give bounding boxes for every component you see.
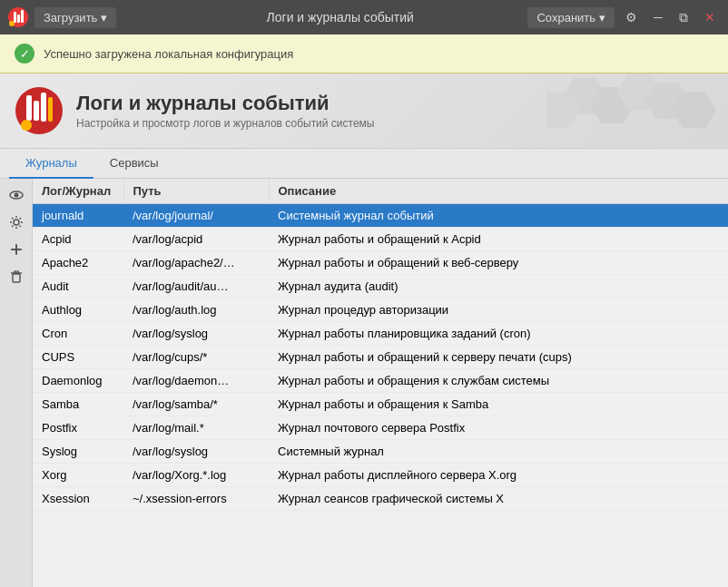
svg-rect-15 bbox=[48, 97, 53, 122]
delete-button[interactable] bbox=[4, 264, 29, 289]
app-icon bbox=[7, 6, 29, 28]
table-body: journald/var/log/journal/Системный журна… bbox=[33, 204, 728, 511]
settings-button[interactable]: ⚙ bbox=[620, 6, 643, 28]
svg-point-18 bbox=[14, 193, 18, 198]
success-banner: ✓ Успешно загружена локальная конфигурац… bbox=[0, 34, 728, 73]
minimize-button[interactable]: ─ bbox=[648, 6, 668, 28]
cell-log-path: /var/log/audit/au… bbox=[123, 275, 269, 298]
load-button[interactable]: Загрузить ▾ bbox=[34, 7, 116, 28]
svg-rect-12 bbox=[26, 95, 32, 121]
cell-log-name: Xorg bbox=[33, 464, 123, 487]
trash-icon bbox=[9, 269, 24, 284]
titlebar-right: Сохранить ▾ ⚙ ─ ⧉ ✕ bbox=[527, 6, 721, 29]
table-row[interactable]: Postfix/var/log/mail.*Журнал почтового с… bbox=[33, 416, 728, 440]
table-row[interactable]: Audit/var/log/audit/au…Журнал аудита (au… bbox=[33, 275, 728, 298]
dropdown-arrow-icon: ▾ bbox=[101, 11, 107, 24]
header-decoration bbox=[546, 73, 728, 146]
col-header-desc: Описание bbox=[269, 179, 728, 204]
cell-log-name: Apache2 bbox=[33, 251, 123, 275]
cell-log-name: Syslog bbox=[33, 440, 123, 464]
table-row[interactable]: journald/var/log/journal/Системный журна… bbox=[33, 204, 728, 228]
cell-log-desc: Журнал процедур авторизации bbox=[269, 298, 728, 322]
table-row[interactable]: Xsession~/.xsession-errorsЖурнал сеансов… bbox=[33, 487, 728, 511]
cell-log-name: Postfix bbox=[33, 416, 123, 440]
titlebar: Загрузить ▾ Логи и журналы событий Сохра… bbox=[0, 0, 728, 34]
table-row[interactable]: Acpid/var/log/acpidЖурнал работы и обращ… bbox=[33, 228, 728, 251]
plus-icon bbox=[9, 242, 24, 257]
cell-log-desc: Системный журнал bbox=[269, 440, 728, 464]
svg-rect-14 bbox=[41, 93, 46, 122]
cell-log-path: /var/log/cups/* bbox=[123, 346, 269, 369]
svg-point-4 bbox=[9, 21, 15, 26]
eye-icon bbox=[9, 188, 24, 202]
table-container: Лог/Журнал Путь Описание journald/var/lo… bbox=[0, 179, 728, 587]
cell-log-path: /var/log/syslog bbox=[123, 322, 269, 346]
col-header-name: Лог/Журнал bbox=[33, 179, 123, 204]
cell-log-name: Samba bbox=[33, 393, 123, 416]
cell-log-desc: Журнал работы и обращений к Acpid bbox=[269, 228, 728, 251]
cell-log-path: /var/log/apache2/… bbox=[123, 251, 269, 275]
cell-log-desc: Журнал работы дисплейного сервера X.org bbox=[269, 464, 728, 487]
table-row[interactable]: Daemonlog/var/log/daemon…Журнал работы и… bbox=[33, 369, 728, 393]
svg-rect-1 bbox=[14, 12, 16, 23]
success-icon: ✓ bbox=[15, 44, 34, 64]
cell-log-desc: Журнал работы и обращения к службам сист… bbox=[269, 369, 728, 393]
cell-log-path: /var/log/acpid bbox=[123, 228, 269, 251]
app-title: Логи и журналы событий bbox=[76, 92, 374, 115]
save-button[interactable]: Сохранить ▾ bbox=[527, 7, 615, 28]
app-logo bbox=[15, 86, 64, 135]
settings-icon bbox=[9, 215, 24, 230]
col-header-path: Путь bbox=[123, 179, 269, 204]
cell-log-name: Authlog bbox=[33, 298, 123, 322]
svg-rect-3 bbox=[21, 10, 24, 23]
titlebar-left: Загрузить ▾ bbox=[7, 6, 152, 28]
table-row[interactable]: Authlog/var/log/auth.logЖурнал процедур … bbox=[33, 298, 728, 322]
table-row[interactable]: Apache2/var/log/apache2/…Журнал работы и… bbox=[33, 251, 728, 275]
svg-rect-21 bbox=[11, 249, 22, 250]
data-table-wrap: Лог/Журнал Путь Описание journald/var/lo… bbox=[33, 179, 728, 587]
add-button[interactable] bbox=[4, 237, 29, 262]
gear-button[interactable] bbox=[4, 210, 29, 235]
restore-icon: ⧉ bbox=[679, 10, 688, 24]
table-row[interactable]: Syslog/var/log/syslogСистемный журнал bbox=[33, 440, 728, 464]
cell-log-path: /var/log/Xorg.*.log bbox=[123, 464, 269, 487]
view-button[interactable] bbox=[4, 182, 29, 208]
titlebar-title: Логи и журналы событий bbox=[152, 10, 527, 24]
cell-log-name: CUPS bbox=[33, 346, 123, 369]
table-row[interactable]: Cron/var/log/syslogЖурнал работы планиро… bbox=[33, 322, 728, 346]
table-row[interactable]: CUPS/var/log/cups/*Журнал работы и обращ… bbox=[33, 346, 728, 369]
table-header-row: Лог/Журнал Путь Описание bbox=[33, 179, 728, 204]
table-row[interactable]: Xorg/var/log/Xorg.*.logЖурнал работы дис… bbox=[33, 464, 728, 487]
close-button[interactable]: ✕ bbox=[699, 6, 721, 28]
cell-log-desc: Журнал работы и обращений к веб-серверу bbox=[269, 251, 728, 275]
restore-button[interactable]: ⧉ bbox=[674, 6, 694, 29]
cell-log-path: /var/log/journal/ bbox=[123, 204, 269, 228]
cell-log-path: /var/log/samba/* bbox=[123, 393, 269, 416]
logs-table: Лог/Журнал Путь Описание journald/var/lo… bbox=[33, 179, 728, 511]
cell-log-path: /var/log/mail.* bbox=[123, 416, 269, 440]
svg-rect-13 bbox=[34, 101, 39, 121]
cell-log-desc: Журнал работы и обращений к серверу печа… bbox=[269, 346, 728, 369]
cell-log-name: Daemonlog bbox=[33, 369, 123, 393]
svg-point-16 bbox=[21, 120, 32, 131]
tab-journals[interactable]: Журналы bbox=[9, 149, 93, 179]
cell-log-name: Xsession bbox=[33, 487, 123, 511]
tab-services[interactable]: Сервисы bbox=[93, 149, 175, 179]
cell-log-desc: Журнал почтового сервера Postfix bbox=[269, 416, 728, 440]
gear-icon: ⚙ bbox=[625, 10, 637, 24]
cell-log-path: ~/.xsession-errors bbox=[123, 487, 269, 511]
minimize-icon: ─ bbox=[654, 10, 663, 24]
cell-log-desc: Журнал работы планировщика заданий (cron… bbox=[269, 322, 728, 346]
cell-log-desc: Журнал аудита (audit) bbox=[269, 275, 728, 298]
svg-rect-22 bbox=[13, 274, 20, 282]
cell-log-name: Cron bbox=[33, 322, 123, 346]
tabs: Журналы Сервисы bbox=[0, 149, 728, 179]
app-header: Логи и журналы событий Настройка и просм… bbox=[0, 73, 728, 149]
cell-log-path: /var/log/daemon… bbox=[123, 369, 269, 393]
save-label: Сохранить bbox=[536, 11, 595, 24]
side-toolbar bbox=[0, 179, 33, 587]
svg-point-19 bbox=[14, 220, 19, 225]
banner-text: Успешно загружена локальная конфигурация bbox=[44, 47, 293, 61]
table-row[interactable]: Samba/var/log/samba/*Журнал работы и обр… bbox=[33, 393, 728, 416]
cell-log-path: /var/log/auth.log bbox=[123, 298, 269, 322]
